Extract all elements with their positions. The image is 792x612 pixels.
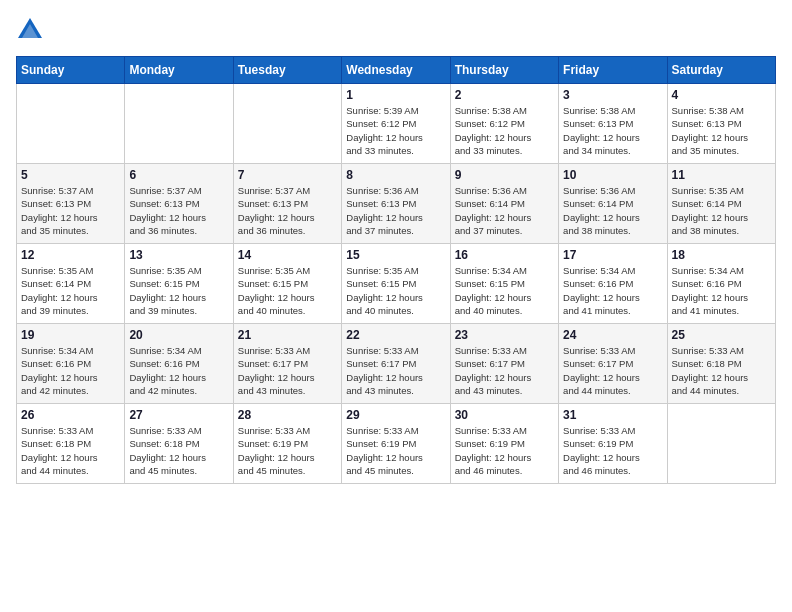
calendar-cell: 1Sunrise: 5:39 AM Sunset: 6:12 PM Daylig… xyxy=(342,84,450,164)
calendar-cell xyxy=(17,84,125,164)
calendar-cell: 10Sunrise: 5:36 AM Sunset: 6:14 PM Dayli… xyxy=(559,164,667,244)
day-number: 18 xyxy=(672,248,771,262)
day-number: 13 xyxy=(129,248,228,262)
day-number: 10 xyxy=(563,168,662,182)
calendar-cell: 5Sunrise: 5:37 AM Sunset: 6:13 PM Daylig… xyxy=(17,164,125,244)
day-info: Sunrise: 5:38 AM Sunset: 6:12 PM Dayligh… xyxy=(455,104,554,157)
day-info: Sunrise: 5:33 AM Sunset: 6:17 PM Dayligh… xyxy=(346,344,445,397)
day-info: Sunrise: 5:33 AM Sunset: 6:18 PM Dayligh… xyxy=(21,424,120,477)
day-number: 28 xyxy=(238,408,337,422)
column-header-monday: Monday xyxy=(125,57,233,84)
day-info: Sunrise: 5:33 AM Sunset: 6:19 PM Dayligh… xyxy=(563,424,662,477)
calendar-cell: 29Sunrise: 5:33 AM Sunset: 6:19 PM Dayli… xyxy=(342,404,450,484)
day-number: 2 xyxy=(455,88,554,102)
day-number: 11 xyxy=(672,168,771,182)
calendar-cell: 9Sunrise: 5:36 AM Sunset: 6:14 PM Daylig… xyxy=(450,164,558,244)
day-info: Sunrise: 5:33 AM Sunset: 6:18 PM Dayligh… xyxy=(129,424,228,477)
day-info: Sunrise: 5:36 AM Sunset: 6:13 PM Dayligh… xyxy=(346,184,445,237)
calendar-cell: 28Sunrise: 5:33 AM Sunset: 6:19 PM Dayli… xyxy=(233,404,341,484)
day-info: Sunrise: 5:37 AM Sunset: 6:13 PM Dayligh… xyxy=(238,184,337,237)
day-info: Sunrise: 5:36 AM Sunset: 6:14 PM Dayligh… xyxy=(455,184,554,237)
day-number: 19 xyxy=(21,328,120,342)
day-info: Sunrise: 5:38 AM Sunset: 6:13 PM Dayligh… xyxy=(563,104,662,157)
column-header-saturday: Saturday xyxy=(667,57,775,84)
calendar-cell: 7Sunrise: 5:37 AM Sunset: 6:13 PM Daylig… xyxy=(233,164,341,244)
calendar-week-row: 1Sunrise: 5:39 AM Sunset: 6:12 PM Daylig… xyxy=(17,84,776,164)
day-info: Sunrise: 5:34 AM Sunset: 6:16 PM Dayligh… xyxy=(563,264,662,317)
calendar-cell: 20Sunrise: 5:34 AM Sunset: 6:16 PM Dayli… xyxy=(125,324,233,404)
column-header-tuesday: Tuesday xyxy=(233,57,341,84)
calendar-week-row: 26Sunrise: 5:33 AM Sunset: 6:18 PM Dayli… xyxy=(17,404,776,484)
day-number: 22 xyxy=(346,328,445,342)
calendar-week-row: 19Sunrise: 5:34 AM Sunset: 6:16 PM Dayli… xyxy=(17,324,776,404)
calendar-cell: 13Sunrise: 5:35 AM Sunset: 6:15 PM Dayli… xyxy=(125,244,233,324)
day-info: Sunrise: 5:33 AM Sunset: 6:18 PM Dayligh… xyxy=(672,344,771,397)
calendar-cell: 27Sunrise: 5:33 AM Sunset: 6:18 PM Dayli… xyxy=(125,404,233,484)
day-info: Sunrise: 5:36 AM Sunset: 6:14 PM Dayligh… xyxy=(563,184,662,237)
calendar-cell: 26Sunrise: 5:33 AM Sunset: 6:18 PM Dayli… xyxy=(17,404,125,484)
day-number: 12 xyxy=(21,248,120,262)
day-info: Sunrise: 5:34 AM Sunset: 6:15 PM Dayligh… xyxy=(455,264,554,317)
day-number: 26 xyxy=(21,408,120,422)
calendar-cell xyxy=(233,84,341,164)
day-info: Sunrise: 5:35 AM Sunset: 6:15 PM Dayligh… xyxy=(346,264,445,317)
calendar-cell xyxy=(667,404,775,484)
day-number: 8 xyxy=(346,168,445,182)
calendar-cell: 19Sunrise: 5:34 AM Sunset: 6:16 PM Dayli… xyxy=(17,324,125,404)
day-number: 16 xyxy=(455,248,554,262)
calendar-week-row: 12Sunrise: 5:35 AM Sunset: 6:14 PM Dayli… xyxy=(17,244,776,324)
day-info: Sunrise: 5:34 AM Sunset: 6:16 PM Dayligh… xyxy=(672,264,771,317)
calendar-cell: 23Sunrise: 5:33 AM Sunset: 6:17 PM Dayli… xyxy=(450,324,558,404)
day-info: Sunrise: 5:35 AM Sunset: 6:14 PM Dayligh… xyxy=(672,184,771,237)
calendar-cell: 24Sunrise: 5:33 AM Sunset: 6:17 PM Dayli… xyxy=(559,324,667,404)
calendar-cell: 3Sunrise: 5:38 AM Sunset: 6:13 PM Daylig… xyxy=(559,84,667,164)
day-number: 4 xyxy=(672,88,771,102)
day-number: 1 xyxy=(346,88,445,102)
day-info: Sunrise: 5:37 AM Sunset: 6:13 PM Dayligh… xyxy=(129,184,228,237)
calendar-cell: 16Sunrise: 5:34 AM Sunset: 6:15 PM Dayli… xyxy=(450,244,558,324)
calendar-cell: 12Sunrise: 5:35 AM Sunset: 6:14 PM Dayli… xyxy=(17,244,125,324)
calendar-cell: 11Sunrise: 5:35 AM Sunset: 6:14 PM Dayli… xyxy=(667,164,775,244)
calendar-cell: 6Sunrise: 5:37 AM Sunset: 6:13 PM Daylig… xyxy=(125,164,233,244)
calendar-cell: 4Sunrise: 5:38 AM Sunset: 6:13 PM Daylig… xyxy=(667,84,775,164)
calendar-cell: 2Sunrise: 5:38 AM Sunset: 6:12 PM Daylig… xyxy=(450,84,558,164)
calendar-cell: 14Sunrise: 5:35 AM Sunset: 6:15 PM Dayli… xyxy=(233,244,341,324)
day-info: Sunrise: 5:33 AM Sunset: 6:19 PM Dayligh… xyxy=(346,424,445,477)
day-info: Sunrise: 5:34 AM Sunset: 6:16 PM Dayligh… xyxy=(21,344,120,397)
calendar-cell: 8Sunrise: 5:36 AM Sunset: 6:13 PM Daylig… xyxy=(342,164,450,244)
day-number: 24 xyxy=(563,328,662,342)
header xyxy=(16,16,776,44)
column-header-sunday: Sunday xyxy=(17,57,125,84)
calendar-cell xyxy=(125,84,233,164)
day-number: 7 xyxy=(238,168,337,182)
calendar-cell: 17Sunrise: 5:34 AM Sunset: 6:16 PM Dayli… xyxy=(559,244,667,324)
day-info: Sunrise: 5:37 AM Sunset: 6:13 PM Dayligh… xyxy=(21,184,120,237)
day-number: 5 xyxy=(21,168,120,182)
day-info: Sunrise: 5:33 AM Sunset: 6:17 PM Dayligh… xyxy=(238,344,337,397)
day-number: 21 xyxy=(238,328,337,342)
day-number: 17 xyxy=(563,248,662,262)
column-header-thursday: Thursday xyxy=(450,57,558,84)
day-number: 6 xyxy=(129,168,228,182)
day-info: Sunrise: 5:39 AM Sunset: 6:12 PM Dayligh… xyxy=(346,104,445,157)
calendar-header-row: SundayMondayTuesdayWednesdayThursdayFrid… xyxy=(17,57,776,84)
day-info: Sunrise: 5:33 AM Sunset: 6:19 PM Dayligh… xyxy=(455,424,554,477)
calendar-cell: 25Sunrise: 5:33 AM Sunset: 6:18 PM Dayli… xyxy=(667,324,775,404)
day-number: 31 xyxy=(563,408,662,422)
calendar-cell: 18Sunrise: 5:34 AM Sunset: 6:16 PM Dayli… xyxy=(667,244,775,324)
day-number: 25 xyxy=(672,328,771,342)
calendar-cell: 15Sunrise: 5:35 AM Sunset: 6:15 PM Dayli… xyxy=(342,244,450,324)
logo xyxy=(16,16,48,44)
day-number: 20 xyxy=(129,328,228,342)
day-number: 14 xyxy=(238,248,337,262)
day-info: Sunrise: 5:35 AM Sunset: 6:15 PM Dayligh… xyxy=(129,264,228,317)
column-header-wednesday: Wednesday xyxy=(342,57,450,84)
day-number: 15 xyxy=(346,248,445,262)
day-number: 30 xyxy=(455,408,554,422)
day-info: Sunrise: 5:35 AM Sunset: 6:15 PM Dayligh… xyxy=(238,264,337,317)
calendar-cell: 22Sunrise: 5:33 AM Sunset: 6:17 PM Dayli… xyxy=(342,324,450,404)
day-number: 27 xyxy=(129,408,228,422)
calendar-cell: 30Sunrise: 5:33 AM Sunset: 6:19 PM Dayli… xyxy=(450,404,558,484)
day-info: Sunrise: 5:35 AM Sunset: 6:14 PM Dayligh… xyxy=(21,264,120,317)
logo-icon xyxy=(16,16,44,44)
